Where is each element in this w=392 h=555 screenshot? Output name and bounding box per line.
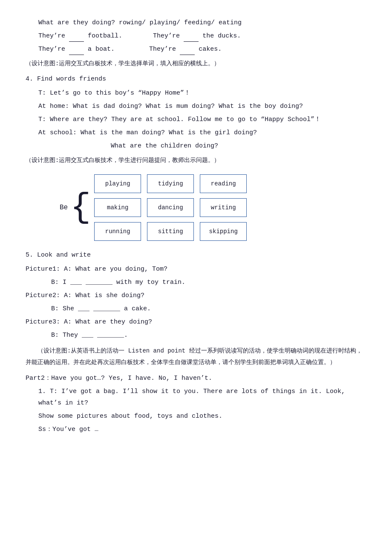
word-box-writing: writing [200, 198, 247, 217]
word-box-playing: playing [94, 174, 141, 193]
pic3-b: B: They ___ _______. [26, 330, 366, 341]
left-bracket: { [70, 191, 91, 225]
item1-show: Show some pictures about food, toys and … [26, 410, 366, 422]
blank2 [184, 35, 199, 42]
pic2-a: Picture2: A: What is she doing? [26, 290, 366, 301]
line-boat: They’re a boat. They’re cakes. [26, 43, 366, 55]
chinese-note-2: （设计意图:运用交互式白板技术，学生进行问题提问，教师出示问题。） [26, 155, 366, 166]
section5-title: 5. Look and write [26, 249, 366, 261]
blank3 [69, 48, 84, 55]
word-grid: playing tidying reading making dancing w… [94, 174, 247, 241]
page-content: What are they doing? rowing/ playing/ fe… [26, 17, 366, 435]
blank4 [180, 48, 195, 55]
chinese-note-3: （设计意图:从英语书上的活动一 Listen and point 经过一系列听说… [26, 345, 366, 368]
at-home-line: At home: What is dad doing? What is mum … [26, 101, 366, 112]
part2-title: Part2：Have you got…? Yes, I have. No, I … [26, 373, 366, 384]
pic3-a: Picture3: A: What are they doing? [26, 316, 366, 328]
word-box-making: making [94, 198, 141, 217]
word-box-skipping: skipping [200, 222, 247, 241]
word-box-running: running [94, 222, 141, 241]
chinese-note-1: （设计意图:运用交互式白板技术，学生选择单词，填入相应的横线上。） [26, 58, 366, 69]
t2-line: T: Where are they? They are at school. F… [26, 114, 366, 125]
item1-main: 1. T: I’ve got a bag. I’ll show it to yo… [26, 386, 366, 409]
word-box-reading: reading [200, 174, 247, 193]
bracket-container: { playing tidying reading making dancing [70, 174, 247, 241]
at-school-line2: What are the children doing? [26, 140, 366, 152]
t1-line: T: Let’s go to this boy’s “Happy Home”！ [26, 87, 366, 99]
be-word-section: Be { playing tidying reading making danc… [60, 174, 366, 241]
at-school-line1: At school: What is the man doing? What i… [26, 127, 366, 139]
pic2-b: B: She ___ _______ a cake. [26, 303, 366, 315]
word-box-tidying: tidying [147, 174, 194, 193]
word-box-sitting: sitting [147, 222, 194, 241]
be-label: Be [60, 202, 68, 214]
blank1 [69, 35, 84, 42]
pic1-a: Picture1: A: What are you doing, Tom? [26, 263, 366, 275]
line-football: They’re football. They’re the ducks. [26, 30, 366, 42]
item1-ss: Ss：You’ve got … [26, 424, 366, 435]
line-doing-question: What are they doing? rowing/ playing/ fe… [26, 17, 366, 29]
section4-title: 4. Find words friends [26, 73, 366, 85]
pic1-b: B: I ___ _______ with my toy train. [26, 277, 366, 288]
word-box-dancing: dancing [147, 198, 194, 217]
